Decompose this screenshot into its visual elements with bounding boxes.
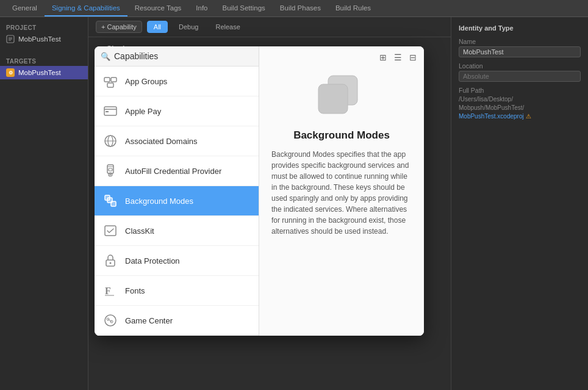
- search-icon: 🔍: [101, 52, 110, 61]
- capability-item-apple-pay[interactable]: Apple Pay: [95, 96, 259, 126]
- tab-signing[interactable]: Signing & Capabilities: [45, 0, 127, 16]
- name-field: Name: [459, 38, 581, 57]
- tab-build-phases[interactable]: Build Phases: [273, 0, 328, 16]
- full-path-field: Full Path /Users/lisa/Desktop/ Mobpush/M…: [459, 87, 581, 121]
- target-icon: ⚙: [6, 68, 15, 77]
- data-protection-label: Data Protection: [125, 256, 180, 265]
- background-modes-icon: [102, 192, 119, 209]
- svg-point-27: [105, 315, 116, 326]
- targets-section: TARGETS ⚙ MobPushTest: [0, 51, 88, 84]
- svg-rect-4: [104, 78, 110, 82]
- full-path-label: Full Path: [459, 87, 581, 94]
- svg-rect-32: [318, 84, 348, 114]
- capability-item-data-protection[interactable]: Data Protection: [95, 246, 259, 276]
- filter-debug-button[interactable]: Debug: [173, 21, 204, 32]
- apple-pay-icon: [102, 103, 119, 120]
- app-groups-icon: [102, 73, 119, 90]
- add-capability-button[interactable]: + Capability: [96, 21, 142, 33]
- path-line3: MobPushTest.xcodeproj: [459, 113, 524, 120]
- warning-icon: ⚠: [526, 113, 531, 120]
- capability-item-app-groups[interactable]: App Groups: [95, 67, 259, 96]
- location-input[interactable]: [459, 71, 581, 82]
- svg-rect-9: [106, 111, 109, 112]
- fonts-icon: F: [102, 282, 119, 299]
- path-line1: /Users/lisa/Desktop/: [459, 96, 513, 103]
- capability-item-classkit[interactable]: ClassKit: [95, 216, 259, 246]
- associated-domains-icon: [102, 132, 119, 150]
- autofill-label: AutoFill Credential Provider: [125, 167, 221, 176]
- name-label: Name: [459, 38, 581, 45]
- filter-release-button[interactable]: Release: [209, 21, 246, 32]
- tab-build-settings[interactable]: Build Settings: [215, 0, 272, 16]
- capability-item-background-modes[interactable]: Background Modes: [95, 186, 259, 216]
- app-groups-label: App Groups: [125, 77, 167, 86]
- location-label: Location: [459, 62, 581, 70]
- sidebar-item-project[interactable]: MobPushTest: [0, 32, 88, 46]
- background-modes-illustration: [311, 71, 372, 120]
- game-center-label: Game Center: [125, 316, 173, 325]
- tab-general[interactable]: General: [5, 0, 45, 16]
- capability-item-autofill[interactable]: AutoFill Credential Provider: [95, 156, 259, 186]
- svg-rect-14: [109, 168, 112, 171]
- capability-item-fonts[interactable]: F Fonts: [95, 276, 259, 306]
- apple-pay-label: Apple Pay: [125, 107, 161, 116]
- main-area: PROJECT MobPushTest TARGETS ⚙ MobPushTes…: [0, 17, 588, 390]
- grid-view-button[interactable]: ⊞: [377, 51, 389, 63]
- svg-rect-22: [105, 226, 116, 236]
- filter-all-button[interactable]: All: [147, 21, 168, 33]
- fonts-label: Fonts: [125, 286, 145, 295]
- capabilities-list: App Groups Apple Pay: [95, 67, 259, 336]
- right-panel: Identity and Type Name Location Full Pat…: [451, 17, 588, 390]
- capabilities-list-panel: 🔍 Capabilities App Groups: [95, 46, 259, 336]
- project-icon: [6, 35, 15, 43]
- target-item-label: MobPushTest: [18, 69, 61, 76]
- right-panel-title: Identity and Type: [459, 24, 581, 32]
- detail-top-icons: ⊞ ☰ ⊟: [377, 51, 419, 63]
- background-modes-label: Background Modes: [125, 197, 193, 206]
- center-content: + Capability All Debug Release Signing A…: [88, 17, 451, 390]
- detail-title: Background Modes: [293, 129, 390, 142]
- sidebar-item-target[interactable]: ⚙ MobPushTest: [0, 66, 88, 79]
- tab-resource-tags[interactable]: Resource Tags: [127, 0, 189, 16]
- tab-info[interactable]: Info: [188, 0, 215, 16]
- detail-description: Background Modes specifies that the app …: [271, 149, 412, 237]
- classkit-label: ClassKit: [125, 226, 154, 236]
- filter-options-button[interactable]: ⊟: [407, 51, 419, 63]
- targets-section-header: TARGETS: [0, 56, 88, 66]
- tab-bar: General Signing & Capabilities Resource …: [0, 0, 588, 17]
- svg-point-24: [110, 262, 112, 264]
- svg-rect-6: [107, 83, 113, 87]
- svg-text:F: F: [105, 286, 111, 296]
- sidebar: PROJECT MobPushTest TARGETS ⚙ MobPushTes…: [0, 17, 88, 390]
- capabilities-popup: 🔍 Capabilities App Groups: [95, 46, 424, 336]
- project-item-label: MobPushTest: [18, 35, 61, 43]
- tab-build-rules[interactable]: Build Rules: [328, 0, 378, 16]
- capability-item-game-center[interactable]: Game Center: [95, 306, 259, 336]
- capabilities-title: Capabilities: [114, 51, 253, 61]
- capabilities-detail-panel: ⊞ ☰ ⊟ Background Modes Background Modes …: [259, 46, 424, 336]
- project-section-header: PROJECT: [0, 22, 88, 32]
- full-path-value: /Users/lisa/Desktop/ Mobpush/MobPushTest…: [459, 95, 581, 121]
- classkit-icon: [102, 222, 119, 239]
- game-center-icon: [102, 312, 119, 329]
- location-field: Location: [459, 62, 581, 82]
- associated-domains-label: Associated Domains: [125, 137, 198, 146]
- capability-item-associated-domains[interactable]: Associated Domains: [95, 126, 259, 156]
- list-view-button[interactable]: ☰: [392, 51, 404, 63]
- name-input[interactable]: [459, 46, 581, 57]
- capability-row: + Capability All Debug Release: [88, 17, 451, 37]
- capabilities-search-bar: 🔍 Capabilities: [95, 46, 259, 67]
- data-protection-icon: [102, 252, 119, 269]
- project-section: PROJECT MobPushTest: [0, 17, 88, 51]
- path-line2: Mobpush/MobPushTest/: [459, 104, 524, 111]
- svg-rect-5: [111, 78, 117, 82]
- svg-rect-21: [111, 201, 116, 206]
- autofill-icon: [102, 162, 119, 179]
